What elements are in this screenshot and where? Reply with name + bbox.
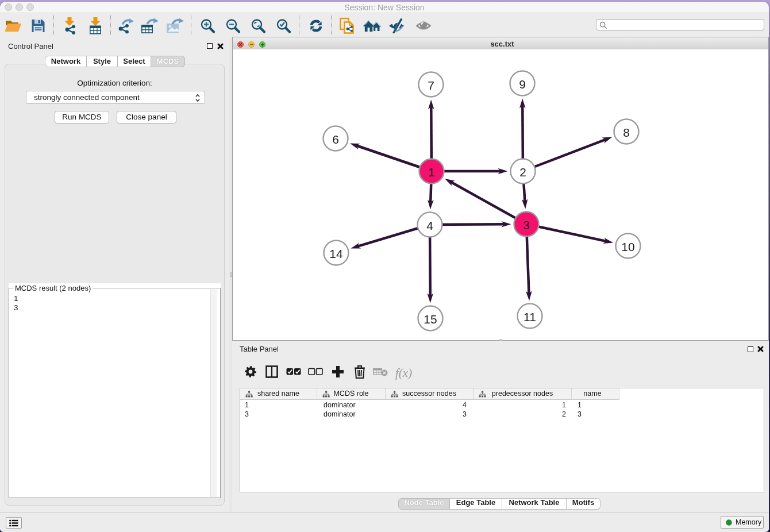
svg-text:3: 3 (523, 218, 530, 232)
svg-text:8: 8 (623, 126, 630, 139)
svg-text:15: 15 (424, 313, 437, 326)
svg-text:4: 4 (426, 219, 433, 232)
svg-text:9: 9 (519, 78, 526, 91)
svg-text:2: 2 (519, 165, 526, 179)
svg-text:10: 10 (621, 240, 634, 253)
svg-text:11: 11 (523, 310, 536, 323)
svg-text:1: 1 (428, 165, 435, 179)
svg-text:6: 6 (332, 133, 339, 146)
svg-text:14: 14 (329, 247, 343, 260)
svg-text:7: 7 (428, 79, 434, 92)
